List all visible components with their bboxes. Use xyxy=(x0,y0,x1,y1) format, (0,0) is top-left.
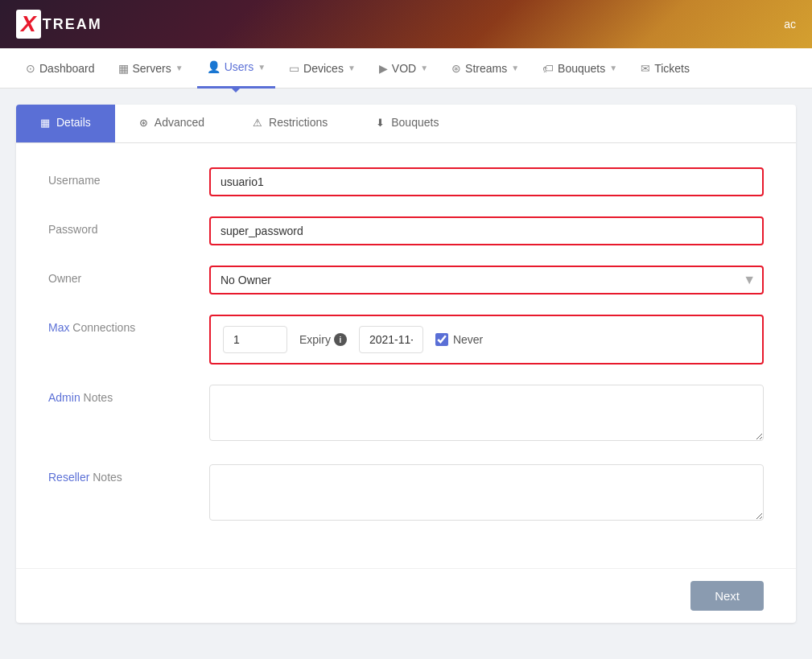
devices-icon: ▭ xyxy=(289,62,299,75)
chevron-down-icon-vod: ▼ xyxy=(420,64,428,72)
nav-label-devices: Devices xyxy=(303,62,344,75)
main-navbar: ⊙ Dashboard ▦ Servers ▼ 👤 Users ▼ ▭ Devi… xyxy=(0,48,812,89)
chevron-down-icon-bouquets: ▼ xyxy=(609,64,617,72)
info-icon: i xyxy=(334,333,347,346)
nav-item-vod[interactable]: ▶ VOD ▼ xyxy=(369,48,438,89)
tickets-icon: ✉ xyxy=(641,62,650,75)
nav-label-vod: VOD xyxy=(392,62,416,75)
expiry-label: Expiry i xyxy=(299,333,347,346)
restrictions-tab-icon: ⚠ xyxy=(253,117,262,129)
logo-x-icon: X xyxy=(16,10,41,39)
nav-label-bouquets: Bouquets xyxy=(558,62,605,75)
admin-label-highlight: Admin xyxy=(48,391,80,404)
username-label: Username xyxy=(48,167,209,187)
tab-advanced[interactable]: ⊛ Advanced xyxy=(115,105,229,142)
password-label: Password xyxy=(48,216,209,236)
expiry-text: Expiry xyxy=(299,333,331,346)
username-row: Username xyxy=(48,167,764,196)
nav-item-users[interactable]: 👤 Users ▼ xyxy=(197,48,275,89)
next-button[interactable]: Next xyxy=(690,581,764,611)
form-footer: Next xyxy=(16,568,796,623)
password-row: Password xyxy=(48,216,764,245)
nav-label-dashboard: Dashboard xyxy=(39,62,95,75)
password-input[interactable] xyxy=(209,216,764,245)
expiry-date-input[interactable] xyxy=(359,326,423,353)
nav-label-users: Users xyxy=(225,60,254,73)
nav-item-dashboard[interactable]: ⊙ Dashboard xyxy=(16,48,105,89)
max-connections-row: Max Connections Expiry i Never xyxy=(48,315,764,365)
advanced-tab-icon: ⊛ xyxy=(139,117,148,129)
tab-bouquets-label: Bouquets xyxy=(391,116,439,129)
nav-item-streams[interactable]: ⊛ Streams ▼ xyxy=(442,48,529,89)
username-input[interactable] xyxy=(209,167,764,196)
active-indicator xyxy=(229,86,242,93)
reseller-notes-control xyxy=(209,464,764,524)
admin-notes-label: Admin Notes xyxy=(48,385,209,404)
nav-item-bouquets[interactable]: 🏷 Bouquets ▼ xyxy=(533,48,627,89)
dashboard-icon: ⊙ xyxy=(26,62,35,75)
nav-label-servers: Servers xyxy=(133,62,171,75)
username-control xyxy=(209,167,764,196)
tab-details[interactable]: ▦ Details xyxy=(16,105,115,142)
bouquets-icon: 🏷 xyxy=(542,62,554,75)
tab-bouquets[interactable]: ⬇ Bouquets xyxy=(352,105,463,142)
logo: X TREAM xyxy=(16,10,102,39)
never-label[interactable]: Never xyxy=(435,333,483,346)
logo-tream-text: TREAM xyxy=(43,16,102,33)
servers-icon: ▦ xyxy=(118,62,129,75)
nav-item-tickets[interactable]: ✉ Tickets xyxy=(631,48,699,89)
never-text: Never xyxy=(453,333,483,346)
tab-bar: ▦ Details ⊛ Advanced ⚠ Restrictions ⬇ Bo… xyxy=(16,105,796,143)
vod-icon: ▶ xyxy=(379,62,388,75)
max-label-highlight: Max xyxy=(48,321,69,334)
chevron-down-icon-devices: ▼ xyxy=(348,64,356,72)
user-label: ac xyxy=(784,18,796,31)
chevron-down-icon-users: ▼ xyxy=(258,63,266,72)
nav-item-devices[interactable]: ▭ Devices ▼ xyxy=(279,48,365,89)
tab-restrictions-label: Restrictions xyxy=(269,116,328,129)
admin-notes-textarea[interactable] xyxy=(209,385,764,441)
reseller-notes-label-text: Notes xyxy=(93,471,122,484)
max-connections-control: Expiry i Never xyxy=(209,315,764,365)
header: X TREAM ac xyxy=(0,0,812,48)
nav-label-streams: Streams xyxy=(465,62,507,75)
max-connections-input[interactable] xyxy=(223,326,287,353)
owner-select-wrapper: No Owner ▼ xyxy=(209,266,764,294)
bouquets-tab-icon: ⬇ xyxy=(376,117,385,129)
never-checkbox[interactable] xyxy=(435,333,448,346)
chevron-down-icon: ▼ xyxy=(175,64,183,72)
reseller-notes-label: Reseller Notes xyxy=(48,464,209,484)
admin-notes-control xyxy=(209,385,764,444)
nav-item-servers[interactable]: ▦ Servers ▼ xyxy=(109,48,193,89)
reseller-notes-row: Reseller Notes xyxy=(48,464,764,524)
admin-notes-label-text: Notes xyxy=(84,391,113,404)
users-icon: 👤 xyxy=(207,60,221,73)
reseller-notes-textarea[interactable] xyxy=(209,464,764,521)
max-connections-label: Max Connections xyxy=(48,315,209,334)
connections-group: Expiry i Never xyxy=(209,315,764,365)
tab-advanced-label: Advanced xyxy=(155,116,204,129)
max-connections-label-text: Connections xyxy=(72,321,135,334)
streams-icon: ⊛ xyxy=(451,62,461,75)
password-control xyxy=(209,216,764,245)
content-area: ▦ Details ⊛ Advanced ⚠ Restrictions ⬇ Bo… xyxy=(0,89,812,639)
owner-select[interactable]: No Owner xyxy=(209,266,764,294)
details-tab-icon: ▦ xyxy=(40,117,50,129)
reseller-label-highlight: Reseller xyxy=(48,471,89,484)
tab-panel: ▦ Details ⊛ Advanced ⚠ Restrictions ⬇ Bo… xyxy=(16,105,796,623)
chevron-down-icon-streams: ▼ xyxy=(511,64,519,72)
owner-control: No Owner ▼ xyxy=(209,266,764,294)
owner-label: Owner xyxy=(48,266,209,285)
nav-label-tickets: Tickets xyxy=(654,62,690,75)
form-area: Username Password Owner No Owner xyxy=(16,143,796,568)
owner-row: Owner No Owner ▼ xyxy=(48,266,764,294)
tab-details-label: Details xyxy=(56,116,91,129)
admin-notes-row: Admin Notes xyxy=(48,385,764,444)
tab-restrictions[interactable]: ⚠ Restrictions xyxy=(229,105,352,142)
